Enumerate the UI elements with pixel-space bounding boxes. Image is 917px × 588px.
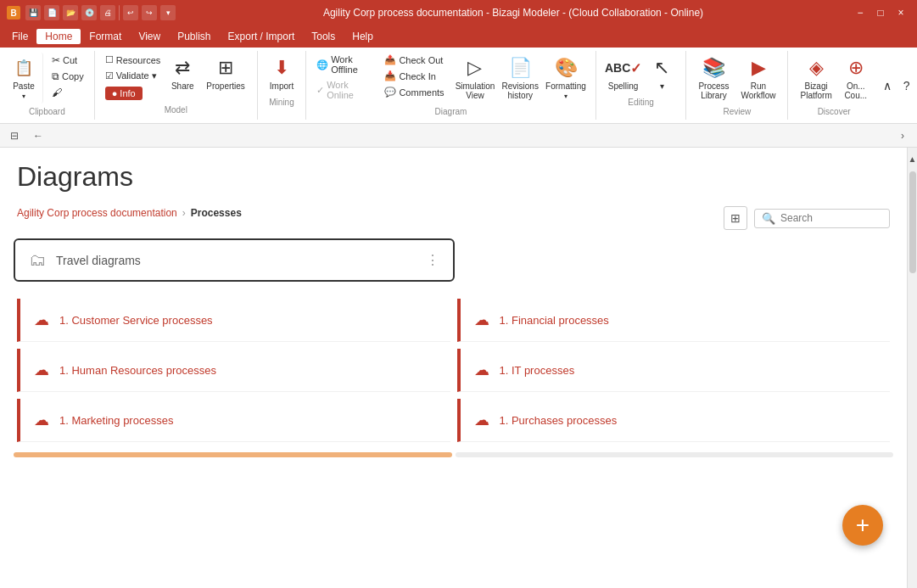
grid-view-button[interactable]: ⊞ — [724, 206, 747, 230]
save2-icon[interactable]: 💿 — [81, 5, 97, 20]
menu-view[interactable]: View — [130, 29, 169, 44]
process-card-purchases[interactable]: ☁ 1. Purchases processes — [457, 399, 891, 442]
validate-button[interactable]: ☑ Validate ▾ — [102, 69, 165, 83]
panel-toggle-button[interactable]: ⊟ — [5, 126, 24, 145]
revisions-history-button[interactable]: 📄 Revisionshistory — [499, 53, 541, 104]
app-icon: B — [7, 6, 20, 20]
properties-button[interactable]: ⊞ Properties — [201, 53, 250, 94]
format-painter-button[interactable]: 🖌 — [48, 85, 87, 100]
resources-button[interactable]: ☐ Resources — [102, 53, 165, 67]
bizagi-platform-button[interactable]: ◈ BizagiPlatform — [795, 53, 836, 104]
travel-card-title: Travel diagrams — [56, 254, 416, 267]
info-button[interactable]: ● Info — [105, 87, 143, 100]
import-button[interactable]: ⬇ Import — [265, 53, 299, 94]
comments-button[interactable]: 💬 Comments — [381, 85, 447, 99]
menu-tools[interactable]: Tools — [303, 29, 344, 44]
menu-format[interactable]: Format — [81, 29, 130, 44]
work-offline-button[interactable]: 🌐 Work Offline — [313, 53, 376, 76]
breadcrumb-link[interactable]: Agility Corp process documentation — [17, 207, 177, 219]
app-body: ⊟ ← › Diagrams Agility Corp process docu… — [0, 124, 917, 588]
cut-button[interactable]: ✂ Cut — [48, 53, 87, 68]
travel-diagrams-card[interactable]: 🗂 Travel diagrams ⋮ — [14, 238, 455, 282]
process-card-marketing[interactable]: ☁ 1. Marketing processes — [17, 399, 450, 442]
menu-home[interactable]: Home — [36, 29, 81, 44]
run-workflow-button[interactable]: ▶ RunWorkflow — [736, 53, 781, 104]
maximize-button[interactable]: □ — [871, 5, 890, 20]
formatting-icon: 🎨 — [554, 56, 578, 80]
add-fab-button[interactable]: + — [842, 505, 883, 546]
check-in-button[interactable]: 📥 Check In — [381, 69, 447, 83]
spelling-label: Spelling — [608, 81, 639, 91]
cut-label: Cut — [63, 55, 77, 65]
share-button[interactable]: ⇄ Share — [165, 53, 199, 94]
back-button[interactable]: ← — [29, 126, 48, 145]
model-buttons: ☐ Resources ☑ Validate ▾ ● Info ⇄ Share — [102, 53, 250, 102]
resources-label: Resources — [116, 55, 161, 65]
check-out-button[interactable]: 📤 Check Out — [381, 53, 447, 67]
paste-arrow: ▾ — [22, 92, 25, 100]
copy-icon: ⧉ — [52, 70, 59, 82]
travel-card-menu-icon[interactable]: ⋮ — [426, 252, 439, 268]
paste-button[interactable]: 📋 Paste ▾ — [7, 53, 43, 104]
formatting-button[interactable]: 🎨 Formatting ▾ — [543, 53, 589, 104]
redo-icon[interactable]: ↪ — [142, 5, 157, 20]
sep — [119, 5, 120, 20]
collapse-ribbon-button[interactable]: ∧ — [880, 77, 895, 94]
vertical-scrollbar[interactable]: ▲ ▼ — [907, 148, 917, 588]
review-buttons: 📚 ProcessLibrary ▶ RunWorkflow — [693, 53, 780, 104]
mining-label: Mining — [269, 98, 294, 107]
help-icon[interactable]: ? — [900, 77, 914, 94]
process-card-financial[interactable]: ☁ 1. Financial processes — [457, 299, 891, 342]
open-icon[interactable]: 📂 — [63, 5, 78, 20]
work-online-button[interactable]: ✓ Work Online — [313, 78, 376, 102]
print-icon[interactable]: 🖨 — [100, 5, 115, 20]
folder-icon: 🗂 — [29, 250, 46, 270]
menu-file[interactable]: File — [3, 29, 36, 44]
ribbon-group-model: ☐ Resources ☑ Validate ▾ ● Info ⇄ Share — [95, 51, 258, 120]
toolbar-strip: ⊟ ← › — [0, 124, 917, 148]
simulation-view-button[interactable]: ▷ SimulationView — [453, 53, 498, 104]
check-in-icon: 📥 — [384, 70, 396, 81]
grid-content: 🗂 Travel diagrams ⋮ ☁ 1. Customer Servic… — [0, 238, 907, 588]
close-button[interactable]: × — [892, 5, 910, 20]
search-input[interactable] — [780, 212, 882, 224]
quick-access-toolbar: 💾 📄 📂 💿 🖨 ↩ ↪ ▾ — [25, 5, 176, 20]
more-icon[interactable]: ▾ — [160, 5, 176, 20]
scroll-right-button[interactable]: › — [893, 126, 912, 145]
process-title-purchases: 1. Purchases processes — [500, 414, 618, 427]
process-card-customer-service[interactable]: ☁ 1. Customer Service processes — [17, 299, 450, 342]
discover-label: Discover — [818, 107, 851, 116]
process-card-it[interactable]: ☁ 1. IT processes — [457, 349, 891, 392]
scroll-up-button[interactable]: ▲ — [903, 149, 918, 168]
undo-icon[interactable]: ↩ — [123, 5, 138, 20]
ribbon-group-review: 📚 ProcessLibrary ▶ RunWorkflow Review — [686, 51, 788, 120]
check-out-icon: 📤 — [384, 54, 396, 65]
online-button[interactable]: ⊕ On...Cou... — [839, 53, 873, 104]
save-icon[interactable]: 💾 — [25, 5, 41, 20]
import-label: Import — [270, 81, 294, 91]
process-library-button[interactable]: 📚 ProcessLibrary — [693, 53, 734, 104]
formatting-label: Formatting — [545, 81, 586, 91]
more-indicator-right — [456, 452, 894, 457]
process-card-human-resources[interactable]: ☁ 1. Human Resources processes — [17, 349, 450, 392]
menu-bar: File Home Format View Publish Export / I… — [0, 25, 917, 48]
new-icon[interactable]: 📄 — [44, 5, 59, 20]
ribbon: 📋 Paste ▾ ✂ Cut ⧉ Copy 🖌 Clipboard — [0, 48, 917, 124]
menu-help[interactable]: Help — [344, 29, 382, 44]
properties-label: Properties — [206, 81, 245, 91]
copy-button[interactable]: ⧉ Copy — [48, 69, 87, 84]
spelling-button[interactable]: ABC✓ Spelling — [603, 53, 644, 94]
menu-publish[interactable]: Publish — [169, 29, 219, 44]
minimize-button[interactable]: − — [851, 5, 869, 20]
window-controls: − □ × — [851, 5, 910, 20]
info-icon: ● — [112, 88, 118, 98]
scrollbar-thumb[interactable] — [909, 171, 916, 273]
breadcrumb-separator: › — [182, 207, 186, 219]
cloud-icon-financial: ☁ — [474, 311, 489, 329]
cloud-icon-it: ☁ — [474, 361, 489, 379]
pointer-label: ▾ — [660, 81, 664, 91]
menu-export-import[interactable]: Export / Import — [220, 29, 304, 44]
process-title-customer-service: 1. Customer Service processes — [59, 314, 213, 327]
pointer-tool-button[interactable]: ↖ ▾ — [645, 53, 679, 94]
diagram-label: Diagram — [435, 107, 467, 116]
